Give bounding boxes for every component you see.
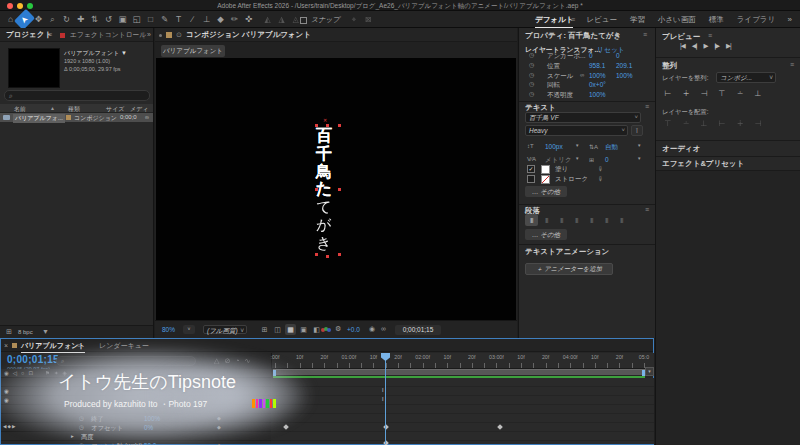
exposure-value[interactable]: +0.0: [347, 326, 360, 333]
eraser-tool[interactable]: ◆: [214, 11, 227, 28]
selection-handle[interactable]: [315, 253, 318, 256]
lock-icon[interactable]: ⊙: [176, 28, 182, 42]
zoom-level[interactable]: 80%: [162, 326, 175, 333]
mask-visibility-icon[interactable]: ◫: [272, 324, 283, 335]
panel-menu-icon[interactable]: ≡: [643, 31, 647, 38]
snapshot-icon[interactable]: ◉: [369, 325, 375, 333]
item-name[interactable]: バリアブルフォ...: [13, 114, 65, 123]
gear-icon[interactable]: ⚙: [335, 325, 341, 333]
fill-checkbox[interactable]: ✓: [527, 165, 535, 173]
preview-panel-label[interactable]: プレビュー: [662, 32, 700, 42]
dropdown-arrow-icon[interactable]: ▼: [575, 143, 579, 148]
timeline-search-input[interactable]: ⌕: [56, 356, 196, 366]
frame-blend-toggle-icon[interactable]: ⊘: [224, 357, 230, 365]
justify-last-top-icon[interactable]: |||: [570, 214, 583, 226]
item-title[interactable]: バリアブルフォント ▼: [64, 49, 127, 58]
justify-last-bottom-icon[interactable]: |||: [600, 214, 613, 226]
stopwatch-icon[interactable]: ◷: [529, 51, 534, 58]
text-options-icon-button[interactable]: ⊺: [631, 125, 643, 136]
tab-project[interactable]: プロジェクト: [6, 28, 52, 42]
distribute-right-icon[interactable]: ⊣: [752, 118, 764, 130]
dolly-camera-tool[interactable]: ⇅: [88, 11, 101, 28]
align-top-icon[interactable]: |||: [525, 214, 538, 226]
font-family-dropdown[interactable]: 百千鳥 VF˅: [525, 112, 641, 123]
property-value[interactable]: 0: [616, 52, 620, 59]
stroke-color-swatch[interactable]: [541, 175, 550, 184]
region-of-interest-icon[interactable]: ▦: [285, 324, 296, 335]
property-row-font-axis[interactable]: ◷ フォント軸 (wght) 50.0 ◆: [1, 441, 271, 445]
new-folder-icon[interactable]: ▼: [42, 328, 49, 335]
stopwatch-icon[interactable]: ◷: [529, 71, 534, 78]
workspace-tab-review[interactable]: レビュー: [586, 11, 617, 28]
workspace-tab-library[interactable]: ライブラリ: [737, 11, 775, 28]
prev-frame-button[interactable]: ◀|: [692, 42, 697, 50]
project-item-row[interactable]: バリアブルフォ... コンポジション 0;00;0 ∞: [0, 113, 153, 122]
fill-color-swatch[interactable]: [541, 165, 550, 174]
distribute-bottom-icon[interactable]: ⊥: [698, 118, 710, 130]
choose-grid-icon[interactable]: ⊞: [259, 324, 270, 335]
camera-tool[interactable]: ▣: [116, 11, 129, 28]
time-ruler[interactable]: :00f10f20f01:00f10f20f02:00f10f20f03:00f…: [271, 353, 654, 369]
pan-behind-tool[interactable]: ◱: [130, 11, 143, 28]
playhead-line[interactable]: [385, 353, 386, 444]
add-keyframe-icon[interactable]: ◆: [217, 424, 221, 430]
brush-tool[interactable]: ∕: [186, 11, 199, 28]
workspace-tab-learn[interactable]: 学習: [630, 11, 645, 28]
quality-dropdown[interactable]: (フル画質)˅: [203, 325, 247, 334]
tracking-value[interactable]: 0: [605, 156, 609, 163]
align-right-icon[interactable]: ⊣: [698, 88, 710, 100]
selection-handle[interactable]: [338, 188, 341, 191]
align-center-h-icon[interactable]: ∔: [680, 88, 692, 100]
timeline-tab[interactable]: バリアブルフォント: [21, 339, 85, 353]
distribute-center-v-icon[interactable]: ∸: [680, 118, 692, 130]
transparency-grid-icon[interactable]: ▣: [298, 324, 309, 335]
pan-camera-tool[interactable]: ✚: [74, 11, 87, 28]
interpret-footage-icon[interactable]: ⊞: [6, 328, 12, 336]
paragraph-more-button[interactable]: … その他: [525, 229, 567, 240]
anchor-point-icon[interactable]: ✕: [323, 117, 327, 123]
distribute-left-icon[interactable]: ⊢: [716, 118, 728, 130]
property-value[interactable]: 100%: [144, 415, 160, 422]
work-area-bar[interactable]: [273, 369, 645, 375]
selection-handle[interactable]: [338, 253, 341, 256]
stopwatch-icon[interactable]: ◷: [529, 61, 534, 68]
justify-all-icon[interactable]: |||: [615, 214, 628, 226]
panel-menu-icon[interactable]: ≡: [279, 28, 283, 42]
current-timecode[interactable]: 0;00;01;15: [7, 354, 59, 365]
tab-render-queue[interactable]: レンダーキュー: [99, 339, 149, 352]
first-frame-button[interactable]: |◀: [680, 42, 685, 50]
color-management-icon[interactable]: [321, 327, 331, 333]
property-value[interactable]: 958.1: [589, 62, 605, 69]
distribute-center-h-icon[interactable]: ∔: [734, 118, 746, 130]
stopwatch-icon[interactable]: ◷: [79, 424, 84, 430]
eyedropper-icon[interactable]: ✑: [596, 176, 604, 181]
workspace-overflow-button[interactable]: »: [788, 11, 792, 28]
snap-control[interactable]: スナップ: [300, 15, 340, 25]
add-animator-button[interactable]: ＋ アニメーターを追加: [525, 263, 613, 275]
rotation-tool[interactable]: ↺: [102, 11, 115, 28]
roto-brush-tool[interactable]: ✏: [228, 11, 241, 28]
snap-checkbox[interactable]: [300, 17, 307, 24]
project-table-header[interactable]: 名前 ▲ 種類 サイズ メディア: [0, 104, 153, 113]
eye-icon[interactable]: ◉: [4, 388, 9, 394]
leading-value[interactable]: 自動: [605, 143, 618, 152]
property-value[interactable]: 209.1: [616, 62, 632, 69]
zoom-dropdown-button[interactable]: ˅: [183, 325, 195, 334]
eyedropper-icon[interactable]: ✑: [596, 166, 604, 171]
stopwatch-icon[interactable]: ◷: [529, 80, 534, 87]
distribute-top-icon[interactable]: ⊤: [662, 118, 674, 130]
tab-overflow-button[interactable]: »: [147, 28, 151, 42]
composition-viewer[interactable]: 百千鳥たてがき ✕: [156, 58, 516, 320]
add-keyframe-icon[interactable]: ◆: [217, 415, 221, 421]
bit-depth[interactable]: 8 bpc: [18, 329, 33, 335]
composition-tab[interactable]: コンポジション バリアブルフォント: [186, 28, 311, 42]
panel-menu-icon[interactable]: ≡: [708, 32, 712, 39]
align-bottom-icon[interactable]: ⊥: [752, 88, 764, 100]
selection-handle[interactable]: [315, 188, 318, 191]
audio-panel-label[interactable]: オーディオ: [662, 144, 700, 154]
effects-presets-panel-label[interactable]: エフェクト&プリセット: [662, 159, 744, 169]
comp-timecode[interactable]: 0;00;01;15: [395, 325, 441, 335]
stopwatch-icon[interactable]: ◷: [79, 415, 84, 421]
kerning-value[interactable]: メトリク: [545, 156, 572, 165]
orbit-camera-tool[interactable]: ↻: [60, 11, 73, 28]
